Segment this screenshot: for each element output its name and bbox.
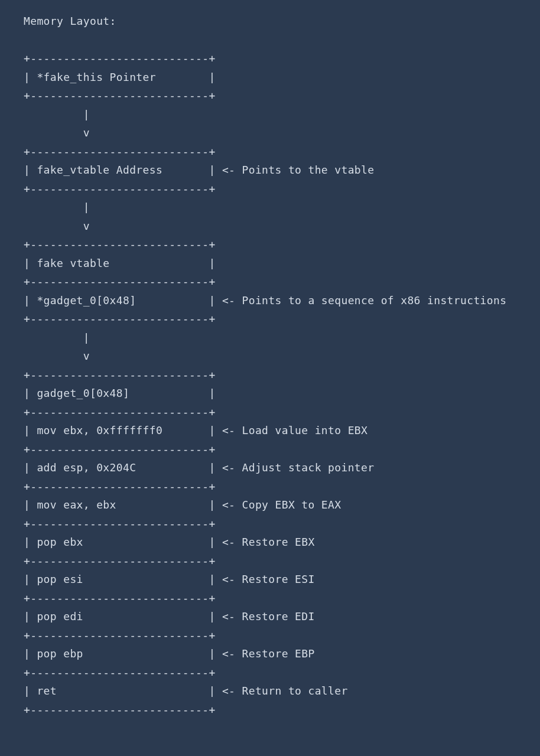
memory-layout-diagram: Memory Layout: +------------------------… <box>0 0 540 731</box>
